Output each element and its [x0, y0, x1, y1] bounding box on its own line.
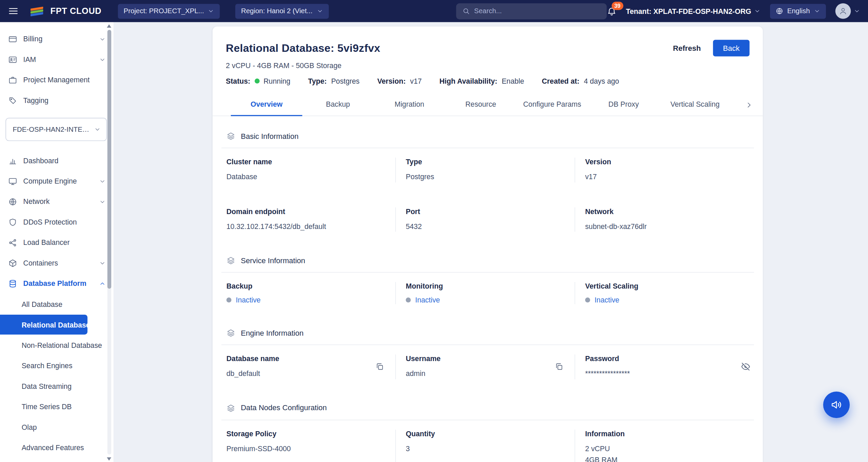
sidebar-item-advanced-features[interactable]: Advanced Features	[0, 437, 114, 457]
database-detail-card: Relational Database: 5vi9zfvx Refresh Ba…	[213, 26, 763, 462]
field-label: Information	[585, 429, 744, 438]
account-menu[interactable]	[835, 3, 860, 19]
language-selector[interactable]: English	[770, 4, 826, 19]
tab-overview[interactable]: Overview	[231, 94, 302, 116]
workspace-select[interactable]: FDE-OSP-HAN2-INTERNA...	[5, 118, 107, 141]
search-input[interactable]	[474, 7, 600, 15]
tab-resource[interactable]: Resource	[445, 94, 517, 116]
sidebar-scroll-down-arrow[interactable]	[107, 457, 111, 461]
tab-configure-params[interactable]: Configure Params	[516, 94, 588, 116]
section-engine-information: Engine Information Database name db_defa…	[221, 320, 754, 395]
field-label: Username	[406, 355, 565, 363]
sidebar-item-iam[interactable]: IAM	[0, 49, 114, 69]
sidebar-item-olap[interactable]: Olap	[0, 417, 114, 437]
hamburger-menu-icon[interactable]	[8, 5, 19, 17]
database-platform-icon	[8, 279, 17, 288]
sidebar-item-search-engines[interactable]: Search Engines	[0, 356, 114, 376]
chevron-down-icon	[94, 126, 101, 133]
sidebar-item-data-streaming[interactable]: Data Streaming	[0, 376, 114, 396]
chevron-down-icon	[208, 8, 215, 15]
sidebar-item-relational-database[interactable]: Relational Database	[0, 315, 87, 335]
created-meta: Created at: 4 days ago	[542, 77, 619, 85]
load-balancer-icon	[8, 238, 17, 247]
project-selector[interactable]: Project: PROJECT_XPL...	[118, 4, 220, 19]
tab-backup[interactable]: Backup	[302, 94, 374, 116]
sidebar-scrollbar-thumb[interactable]	[107, 30, 111, 289]
eye-off-icon	[741, 362, 750, 372]
region-selector[interactable]: Region: Hanoi 2 (Viet...	[236, 4, 329, 19]
search-box[interactable]	[456, 3, 606, 19]
tabs-overflow-button[interactable]	[743, 99, 755, 111]
backup-status-link[interactable]: Inactive	[236, 296, 261, 304]
sidebar-scrollbar[interactable]	[107, 30, 111, 455]
layers-icon	[226, 256, 235, 265]
tenant-selector[interactable]: Tenant: XPLAT-FDE-OSP-HAN2-ORG	[626, 7, 761, 15]
app: FPT CLOUD Project: PROJECT_XPL... Region…	[0, 0, 868, 462]
notifications-button[interactable]: 39	[607, 6, 616, 16]
layers-icon	[226, 132, 235, 141]
card-header: Relational Database: 5vi9zfvx Refresh Ba…	[213, 26, 763, 85]
page-title: Relational Database: 5vi9zfvx	[226, 42, 380, 55]
type-value: Postgres	[331, 77, 360, 85]
sidebar-item-non-relational-database[interactable]: Non-Relational Database	[0, 335, 114, 355]
section-basic-information: Basic Information Cluster name Database …	[221, 123, 754, 247]
field-label: Cluster name	[226, 158, 386, 166]
language-label: English	[787, 7, 810, 15]
sidebar-item-network[interactable]: Network	[0, 191, 114, 212]
field-value: Postgres	[406, 171, 565, 182]
chevron-down-icon	[754, 8, 761, 15]
brand-logo[interactable]: FPT CLOUD	[29, 5, 101, 17]
version-meta: Version: v17	[377, 77, 422, 85]
sidebar-item-load-balancer[interactable]: Load Balancer	[0, 232, 114, 253]
region-selector-label: Region: Hanoi 2 (Viet...	[241, 7, 313, 15]
sidebar-item-project-management[interactable]: Project Management	[0, 70, 114, 90]
back-button[interactable]: Back	[713, 40, 750, 57]
field-type: Type Postgres	[395, 158, 575, 182]
sidebar-item-compute-engine[interactable]: Compute Engine	[0, 171, 114, 191]
field-value: Premium-SSD-4000	[226, 443, 386, 454]
vertical-scaling-status-link[interactable]: Inactive	[594, 296, 619, 304]
copy-database-name-button[interactable]	[375, 362, 384, 371]
tenant-label: Tenant: XPLAT-FDE-OSP-HAN2-ORG	[626, 7, 751, 15]
brand-text: FPT CLOUD	[51, 6, 102, 16]
sidebar-item-containers[interactable]: Containers	[0, 253, 114, 273]
topbar-right: 39 Tenant: XPLAT-FDE-OSP-HAN2-ORG Englis…	[607, 3, 860, 19]
field-label: Domain endpoint	[226, 207, 386, 215]
sidebar-item-ddos-protection[interactable]: DDoS Protection	[0, 212, 114, 232]
sidebar-item-time-series-db[interactable]: Time Series DB	[0, 397, 114, 417]
layers-icon	[226, 329, 235, 337]
section-title: Service Information	[241, 256, 305, 265]
sidebar-scroll-up-arrow[interactable]	[107, 24, 111, 28]
sidebar-item-all-database[interactable]: All Database	[0, 294, 114, 314]
project-management-icon	[8, 76, 17, 84]
announcement-fab[interactable]	[823, 392, 850, 418]
ddos-protection-icon	[8, 217, 17, 226]
field-label: Type	[406, 158, 565, 166]
chevron-down-icon	[99, 36, 106, 42]
copy-icon	[555, 362, 564, 371]
section-data-nodes-configuration: Data Nodes Configuration Storage Policy …	[221, 395, 754, 462]
sidebar-item-tagging[interactable]: Tagging	[0, 90, 114, 110]
toggle-password-visibility-button[interactable]	[741, 362, 750, 372]
chevron-down-icon	[814, 8, 821, 15]
field-value: admin	[406, 368, 565, 379]
field-value: db_default	[226, 368, 386, 379]
sidebar-item-billing[interactable]: Billing	[0, 29, 114, 49]
megaphone-icon	[830, 399, 843, 411]
sidebar-item-database-platform[interactable]: Database Platform	[0, 273, 114, 294]
sidebar-item-label: Non-Relational Database	[22, 341, 102, 349]
tab-bar: Overview Backup Migration Resource Confi…	[213, 94, 763, 116]
tab-label: Vertical Scaling	[670, 100, 719, 108]
monitoring-status-link[interactable]: Inactive	[415, 296, 440, 304]
tab-vertical-scaling[interactable]: Vertical Scaling	[659, 94, 731, 116]
refresh-button[interactable]: Refresh	[673, 44, 701, 52]
tab-db-proxy[interactable]: DB Proxy	[588, 94, 659, 116]
copy-username-button[interactable]	[555, 362, 564, 371]
tab-migration[interactable]: Migration	[374, 94, 445, 116]
field-value: 5432	[406, 221, 565, 232]
inactive-dot	[406, 297, 411, 302]
sidebar-item-label: Project Management	[23, 76, 90, 84]
field-domain-endpoint: Domain endpoint 10.32.102.174:5432/db_de…	[221, 207, 395, 232]
chevron-down-icon	[99, 198, 106, 205]
sidebar-item-dashboard[interactable]: Dashboard	[0, 150, 114, 171]
